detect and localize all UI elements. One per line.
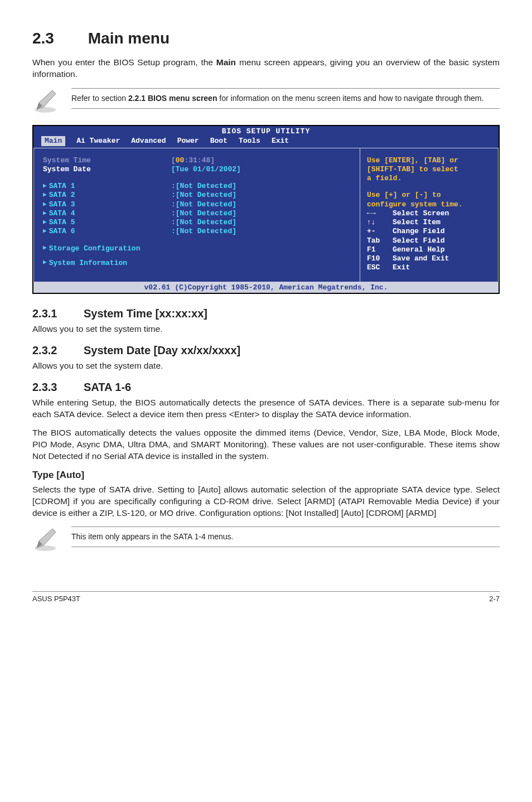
note-body: Refer to section 2.2.1 BIOS menu screen …	[71, 88, 500, 109]
bios-left-panel: System Time [00:31:48] System Date [Tue …	[33, 148, 360, 282]
section-heading: 2.3 Main menu	[32, 28, 500, 49]
body-2-3-3-p1: While entering Setup, the BIOS automatic…	[32, 397, 500, 421]
bios-footer: v02.61 (C)Copyright 1985-2010, American …	[33, 282, 499, 293]
triangle-icon: ▶	[43, 201, 47, 209]
label-system-time: System Time	[43, 156, 171, 165]
tab-exit[interactable]: Exit	[272, 136, 289, 146]
row-sata-1[interactable]: ▶SATA 1:[Not Detected]	[43, 182, 351, 191]
label-system-date: System Date	[43, 165, 171, 174]
row-sata-5[interactable]: ▶SATA 5:[Not Detected]	[43, 218, 351, 227]
row-sata-4[interactable]: ▶SATA 4:[Not Detected]	[43, 209, 351, 218]
triangle-icon: ▶	[43, 191, 47, 199]
footer-right: 2-7	[489, 594, 500, 604]
row-sata-2[interactable]: ▶SATA 2:[Not Detected]	[43, 191, 351, 200]
bios-screenshot: BIOS SETUP UTILITY Main Ai Tweaker Advan…	[32, 125, 500, 294]
row-sata-3[interactable]: ▶SATA 3:[Not Detected]	[43, 200, 351, 209]
row-storage-config[interactable]: ▶Storage Configuration	[43, 244, 351, 253]
pencil-icon	[32, 88, 58, 114]
footer-left: ASUS P5P43T	[32, 594, 80, 604]
note-body: This item only appears in the SATA 1-4 m…	[71, 526, 500, 547]
tab-boot[interactable]: Boot	[210, 136, 228, 146]
body-2-3-1: Allows you to set the system time.	[32, 323, 500, 335]
tab-ai-tweaker[interactable]: Ai Tweaker	[76, 136, 120, 146]
tab-advanced[interactable]: Advanced	[131, 136, 166, 146]
note-refer-section: Refer to section 2.2.1 BIOS menu screen …	[32, 88, 500, 114]
row-system-time[interactable]: System Time [00:31:48]	[43, 156, 351, 165]
bios-right-panel: Use [ENTER], [TAB] or [SHIFT-TAB] to sel…	[360, 148, 499, 282]
triangle-icon: ▶	[43, 244, 47, 253]
help-legend: ←→Select Screen ↑↓Select Item +-Change F…	[367, 209, 491, 273]
body-type-auto: Selects the type of SATA drive. Setting …	[32, 484, 500, 519]
section-intro: When you enter the BIOS Setup program, t…	[32, 57, 500, 80]
triangle-icon: ▶	[43, 182, 47, 190]
tab-tools[interactable]: Tools	[239, 136, 260, 146]
heading-2-3-3: 2.3.3SATA 1-6	[32, 380, 500, 395]
triangle-icon: ▶	[43, 210, 47, 218]
pencil-icon	[32, 526, 58, 552]
heading-2-3-1: 2.3.1System Time [xx:xx:xx]	[32, 306, 500, 321]
tab-power[interactable]: Power	[177, 136, 199, 146]
value-system-time: [00:31:48]	[171, 156, 215, 165]
triangle-icon: ▶	[43, 219, 47, 226]
row-sata-6[interactable]: ▶SATA 6:[Not Detected]	[43, 227, 351, 236]
help-context: Use [ENTER], [TAB] or [SHIFT-TAB] to sel…	[367, 156, 491, 209]
heading-2-3-2: 2.3.2System Date [Day xx/xx/xxxx]	[32, 343, 500, 358]
bios-tab-bar: Main Ai Tweaker Advanced Power Boot Tool…	[33, 136, 499, 148]
page-footer: ASUS P5P43T 2-7	[32, 591, 500, 604]
heading-type-auto: Type [Auto]	[32, 469, 500, 482]
triangle-icon: ▶	[43, 228, 47, 235]
row-system-date[interactable]: System Date [Tue 01/01/2002]	[43, 165, 351, 174]
body-2-3-2: Allows you to set the system date.	[32, 360, 500, 372]
bios-title: BIOS SETUP UTILITY	[33, 126, 499, 137]
note-sata-1-4: This item only appears in the SATA 1-4 m…	[32, 526, 500, 552]
body-2-3-3-p2: The BIOS automatically detects the value…	[32, 427, 500, 462]
tab-main[interactable]: Main	[41, 136, 65, 146]
row-system-info[interactable]: ▶System Information	[43, 259, 351, 268]
section-number: 2.3	[32, 28, 84, 49]
value-system-date: [Tue 01/01/2002]	[171, 165, 241, 174]
triangle-icon: ▶	[43, 259, 47, 268]
section-title-text: Main menu	[88, 30, 170, 47]
